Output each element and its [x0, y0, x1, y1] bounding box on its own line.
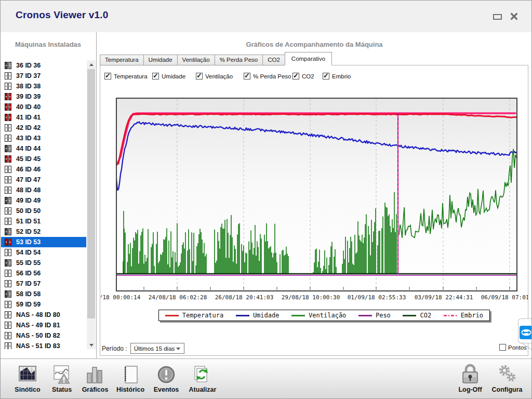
chart-legend: TemperaturaUmidadeVentilaçãoPesoCO2Embri…	[158, 310, 490, 321]
sin-tico-button[interactable]: Sinótico	[10, 361, 45, 397]
legend-label: Peso	[376, 312, 391, 319]
machine-list-item[interactable]: 50 ID 50	[1, 206, 86, 216]
machine-status-icon	[5, 103, 11, 111]
checkbox[interactable]	[292, 73, 299, 79]
series-checkbox-umidade[interactable]: Umidade	[152, 73, 185, 79]
machine-list-item[interactable]: 43 ID 43	[1, 133, 86, 143]
machine-list-item[interactable]: 56 ID 56	[1, 268, 86, 278]
machine-list-item[interactable]: NAS - 51 ID 83	[1, 341, 86, 349]
hist-rico-button[interactable]: Histórico	[113, 361, 148, 397]
log-off-button[interactable]: Log-Off	[453, 361, 487, 397]
checkbox[interactable]	[152, 73, 159, 79]
machine-label: 55 ID 55	[16, 259, 41, 267]
machine-list-item[interactable]: 57 ID 57	[1, 278, 86, 289]
machine-label: 38 ID 38	[16, 83, 41, 90]
machine-label: 40 ID 40	[16, 103, 41, 111]
machine-status-icon	[5, 145, 11, 152]
tab--perda-peso[interactable]: % Perda Peso	[215, 55, 263, 65]
machine-status-icon	[5, 197, 11, 204]
status-button[interactable]: Status	[45, 361, 79, 397]
series-checkbox-embrio[interactable]: Embrio	[323, 73, 351, 79]
sidebar: Máquinas Instaladas 36 ID 3637 ID 3738 I…	[0, 32, 97, 358]
machine-list-item[interactable]: 38 ID 38	[1, 81, 86, 91]
machine-list-item[interactable]: 41 ID 41	[1, 112, 86, 123]
period-value: Últimos 15 dias	[134, 345, 175, 352]
machine-list-item[interactable]: 53 ID 53	[1, 237, 86, 247]
machine-status-icon	[5, 238, 11, 246]
machine-list: 36 ID 3637 ID 3738 ID 3839 ID 3940 ID 40…	[1, 60, 86, 349]
legend-line-sample	[291, 315, 305, 316]
remote-access-icon[interactable]	[520, 326, 532, 339]
series-checkbox--perda-peso[interactable]: % Perda Peso	[244, 73, 291, 79]
machine-status-icon	[5, 166, 11, 173]
machine-list-item[interactable]: 58 ID 58	[1, 289, 86, 299]
logoff-icon	[458, 362, 482, 385]
machine-list-item[interactable]: 48 ID 48	[1, 185, 86, 195]
pontos-checkbox[interactable]	[499, 344, 506, 351]
machine-status-icon	[5, 342, 11, 349]
machine-list-item[interactable]: 39 ID 39	[1, 91, 86, 102]
scroll-up-button[interactable]	[87, 60, 96, 69]
series-checkbox-ventila-o[interactable]: Ventilação	[196, 73, 233, 79]
machine-list-scrollbar[interactable]	[87, 60, 96, 349]
titlebar: Cronos Viewer v1.0	[0, 0, 532, 32]
machine-list-item[interactable]: 52 ID 52	[1, 227, 86, 237]
legend-label: CO2	[420, 312, 431, 319]
legend-item-ventila-o: Ventilação	[291, 312, 346, 319]
machine-list-item[interactable]: 51 ID 51	[1, 216, 86, 227]
machine-list-item[interactable]: 47 ID 47	[1, 175, 86, 185]
machine-list-item[interactable]: 46 ID 46	[1, 164, 86, 175]
machine-list-item[interactable]: 55 ID 55	[1, 258, 86, 268]
machine-status-icon	[5, 93, 11, 100]
machine-label: 56 ID 56	[16, 270, 41, 277]
legend-line-sample	[444, 315, 457, 316]
x-tick-label: 29/08/18 10:00:30	[282, 294, 340, 301]
machine-list-item[interactable]: 36 ID 36	[1, 60, 86, 71]
period-label: Período :	[102, 345, 127, 352]
checkbox-label: Ventilação	[205, 73, 233, 79]
machine-status-icon	[5, 135, 11, 142]
machine-list-item[interactable]: 40 ID 40	[1, 102, 86, 112]
machine-status-icon	[5, 124, 11, 131]
tab-temperatura[interactable]: Temperatura	[100, 55, 144, 65]
tab-co2[interactable]: CO2	[262, 55, 285, 65]
legend-label: Embrio	[461, 312, 483, 319]
machine-list-item[interactable]: 44 ID 44	[1, 143, 86, 154]
scrollbar-thumb[interactable]	[87, 69, 95, 318]
minimize-button[interactable]	[491, 12, 503, 21]
legend-line-sample	[165, 315, 179, 316]
machine-list-item[interactable]: NAS - 49 ID 81	[1, 320, 86, 330]
tab-comparativo[interactable]: Comparativo	[285, 52, 332, 65]
checkbox[interactable]	[196, 73, 203, 79]
checkbox[interactable]	[244, 73, 250, 79]
close-button[interactable]	[508, 11, 520, 21]
machine-list-item[interactable]: 42 ID 42	[1, 123, 86, 133]
machine-label: 50 ID 50	[16, 207, 41, 215]
main-header: Gráficos de Acompanhamento da Máquina	[97, 41, 532, 48]
minimize-icon	[493, 14, 502, 20]
eventos-button[interactable]: Eventos	[149, 361, 183, 397]
period-dropdown[interactable]: Últimos 15 dias	[130, 343, 184, 354]
machine-list-item[interactable]: 45 ID 45	[1, 154, 86, 164]
gr-ficos-button[interactable]: Gráficos	[78, 361, 112, 397]
series-checkbox-temperatura[interactable]: Temperatura	[104, 73, 148, 79]
machine-list-item[interactable]: NAS - 48 ID 80	[1, 310, 86, 320]
machine-list-item[interactable]: 49 ID 49	[1, 195, 86, 206]
checkbox[interactable]	[323, 73, 329, 79]
pontos-checkbox-group[interactable]: Pontos	[499, 344, 527, 351]
tab-ventila-o[interactable]: Ventilação	[177, 55, 215, 65]
series-checkbox-co2[interactable]: CO2	[292, 73, 314, 79]
machine-list-item[interactable]: 37 ID 37	[1, 71, 86, 81]
configura-icon	[495, 363, 519, 385]
atualizar-button[interactable]: Atualizar	[185, 361, 220, 397]
scroll-down-button[interactable]	[87, 341, 96, 349]
machine-list-item[interactable]: 54 ID 54	[1, 247, 86, 258]
comparative-chart[interactable]	[116, 98, 517, 291]
machine-label: NAS - 49 ID 81	[16, 322, 60, 329]
historico-icon	[118, 364, 142, 385]
checkbox[interactable]	[104, 73, 111, 79]
tab-umidade[interactable]: Umidade	[143, 55, 178, 65]
configura-button[interactable]: Configura	[490, 361, 524, 397]
machine-list-item[interactable]: 59 ID 59	[1, 299, 86, 310]
machine-list-item[interactable]: NAS - 50 ID 82	[1, 330, 86, 341]
